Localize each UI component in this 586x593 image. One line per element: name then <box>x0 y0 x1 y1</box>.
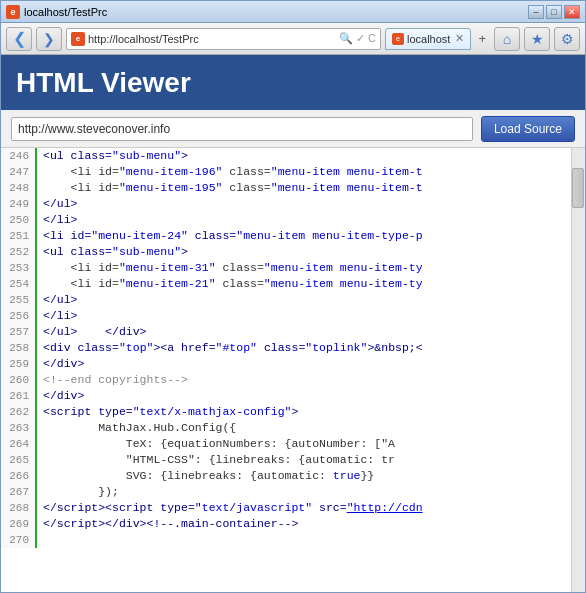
code-line: 260<!--end copyrights--> <box>1 372 585 388</box>
home-button[interactable]: ⌂ <box>494 27 520 51</box>
code-line: 253 <li id="menu-item-31" class="menu-it… <box>1 260 585 276</box>
tab-bar: e localhost ✕ + <box>385 28 490 50</box>
line-content: <ul class="sub-menu"> <box>37 244 188 260</box>
url-bar: Load Source <box>1 110 585 148</box>
active-tab[interactable]: e localhost ✕ <box>385 28 471 50</box>
tab-close-button[interactable]: ✕ <box>455 32 464 45</box>
browser-toolbar: ❮ ❯ e http://localhost/TestPrc 🔍 ✓ C e l… <box>1 23 585 55</box>
scrollbar-thumb[interactable] <box>572 168 584 208</box>
line-number: 251 <box>1 228 37 244</box>
line-content: <ul class="sub-menu"> <box>37 148 188 164</box>
line-content: </li> <box>37 212 78 228</box>
line-number: 262 <box>1 404 37 420</box>
code-line: 261</div> <box>1 388 585 404</box>
line-number: 269 <box>1 516 37 532</box>
line-content: }); <box>37 484 119 500</box>
line-number: 270 <box>1 532 37 548</box>
line-number: 258 <box>1 340 37 356</box>
code-line: 256</li> <box>1 308 585 324</box>
code-line: 257</ul> </div> <box>1 324 585 340</box>
app-title: HTML Viewer <box>16 67 191 99</box>
line-number: 260 <box>1 372 37 388</box>
line-content: <!--end copyrights--> <box>37 372 188 388</box>
line-number: 259 <box>1 356 37 372</box>
browser-icon: e <box>6 5 20 19</box>
line-number: 254 <box>1 276 37 292</box>
line-content: <li id="menu-item-195" class="menu-item … <box>37 180 423 196</box>
vertical-scrollbar[interactable] <box>571 148 585 592</box>
line-content: SVG: {linebreaks: {automatic: true}} <box>37 468 374 484</box>
line-number: 263 <box>1 420 37 436</box>
line-number: 266 <box>1 468 37 484</box>
address-bar: e http://localhost/TestPrc 🔍 ✓ C <box>66 28 381 50</box>
close-button[interactable]: ✕ <box>564 5 580 19</box>
new-tab-button[interactable]: + <box>474 31 490 46</box>
code-line: 270 <box>1 532 585 548</box>
code-line: 269</script></div><!--.main-container--> <box>1 516 585 532</box>
url-input[interactable] <box>11 117 473 141</box>
minimize-button[interactable]: – <box>528 5 544 19</box>
line-content: <li id="menu-item-31" class="menu-item m… <box>37 260 423 276</box>
line-number: 268 <box>1 500 37 516</box>
title-bar-left: e localhost/TestPrc <box>6 5 107 19</box>
back-button[interactable]: ❮ <box>6 27 32 51</box>
code-line: 259</div> <box>1 356 585 372</box>
line-content: "HTML-CSS": {linebreaks: {automatic: tr <box>37 452 395 468</box>
code-line: 263 MathJax.Hub.Config({ <box>1 420 585 436</box>
title-bar: e localhost/TestPrc – □ ✕ <box>1 1 585 23</box>
browser-window: e localhost/TestPrc – □ ✕ ❮ ❯ e http://l… <box>0 0 586 593</box>
code-line: 251<li id="menu-item-24" class="menu-ite… <box>1 228 585 244</box>
line-number: 265 <box>1 452 37 468</box>
code-line: 266 SVG: {linebreaks: {automatic: true}} <box>1 468 585 484</box>
favorites-button[interactable]: ★ <box>524 27 550 51</box>
line-number: 257 <box>1 324 37 340</box>
window-title: localhost/TestPrc <box>24 6 107 18</box>
line-content: </ul> </div> <box>37 324 147 340</box>
line-number: 253 <box>1 260 37 276</box>
line-number: 250 <box>1 212 37 228</box>
code-line: 268</script><script type="text/javascrip… <box>1 500 585 516</box>
maximize-button[interactable]: □ <box>546 5 562 19</box>
app-header: HTML Viewer <box>1 55 585 110</box>
line-content: TeX: {equationNumbers: {autoNumber: ["A <box>37 436 395 452</box>
address-url: http://localhost/TestPrc <box>88 33 336 45</box>
line-number: 246 <box>1 148 37 164</box>
settings-button[interactable]: ⚙ <box>554 27 580 51</box>
code-viewer: 246<ul class="sub-menu">247 <li id="menu… <box>1 148 585 592</box>
line-content: <li id="menu-item-24" class="menu-item m… <box>37 228 423 244</box>
line-content: <script type="text/x-mathjax-config"> <box>37 404 298 420</box>
forward-button[interactable]: ❯ <box>36 27 62 51</box>
line-number: 264 <box>1 436 37 452</box>
code-line: 252<ul class="sub-menu"> <box>1 244 585 260</box>
code-line: 249</ul> <box>1 196 585 212</box>
code-line: 267 }); <box>1 484 585 500</box>
line-content: </script></div><!--.main-container--> <box>37 516 298 532</box>
line-number: 267 <box>1 484 37 500</box>
line-number: 247 <box>1 164 37 180</box>
line-content: <li id="menu-item-21" class="menu-item m… <box>37 276 423 292</box>
line-content: </div> <box>37 356 84 372</box>
code-line: 254 <li id="menu-item-21" class="menu-it… <box>1 276 585 292</box>
code-lines: 246<ul class="sub-menu">247 <li id="menu… <box>1 148 585 548</box>
line-number: 256 <box>1 308 37 324</box>
page-icon: e <box>71 32 85 46</box>
line-number: 248 <box>1 180 37 196</box>
code-line: 262<script type="text/x-mathjax-config"> <box>1 404 585 420</box>
window-controls: – □ ✕ <box>528 5 580 19</box>
code-line: 247 <li id="menu-item-196" class="menu-i… <box>1 164 585 180</box>
load-source-button[interactable]: Load Source <box>481 116 575 142</box>
code-line: 258<div class="top"><a href="#top" class… <box>1 340 585 356</box>
line-content: </ul> <box>37 292 78 308</box>
line-number: 261 <box>1 388 37 404</box>
code-line: 246<ul class="sub-menu"> <box>1 148 585 164</box>
tab-icon: e <box>392 33 404 45</box>
line-content: </ul> <box>37 196 78 212</box>
code-line: 250</li> <box>1 212 585 228</box>
line-content: <div class="top"><a href="#top" class="t… <box>37 340 423 356</box>
line-number: 249 <box>1 196 37 212</box>
code-line: 264 TeX: {equationNumbers: {autoNumber: … <box>1 436 585 452</box>
line-number: 252 <box>1 244 37 260</box>
search-separator: 🔍 ✓ C <box>339 32 376 45</box>
line-number: 255 <box>1 292 37 308</box>
code-line: 248 <li id="menu-item-195" class="menu-i… <box>1 180 585 196</box>
